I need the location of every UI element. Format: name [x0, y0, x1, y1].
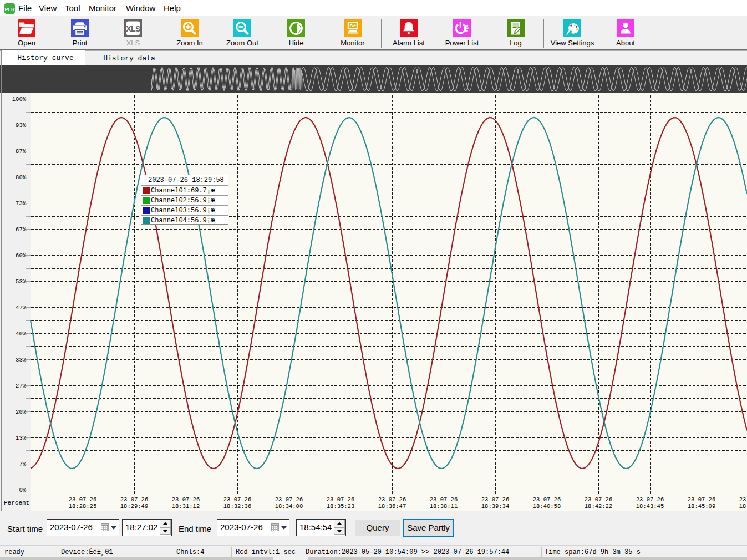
svg-text:18:46:33: 18:46:33 [739, 503, 747, 510]
svg-text:40%: 40% [16, 330, 27, 337]
svg-text:67%: 67% [16, 226, 27, 233]
svg-text:23-07-26: 23-07-26 [120, 496, 148, 503]
svg-text:18:36:47: 18:36:47 [378, 503, 406, 510]
svg-text:0%: 0% [19, 487, 26, 493]
svg-text:18:39:34: 18:39:34 [481, 503, 509, 510]
svg-text:18:34:00: 18:34:00 [275, 503, 303, 510]
svg-text:18:28:25: 18:28:25 [69, 503, 96, 510]
svg-text:7%: 7% [19, 461, 26, 467]
svg-text:80%: 80% [16, 174, 27, 181]
svg-text:23-07-26: 23-07-26 [739, 496, 747, 503]
svg-text:60%: 60% [16, 252, 27, 259]
svg-text:93%: 93% [16, 122, 27, 129]
svg-text:23-07-26: 23-07-26 [585, 496, 612, 503]
svg-text:23-07-26: 23-07-26 [430, 496, 458, 503]
svg-text:73%: 73% [16, 200, 27, 207]
svg-text:18:40:58: 18:40:58 [533, 503, 561, 510]
svg-text:53%: 53% [16, 278, 27, 285]
svg-text:23-07-26: 23-07-26 [636, 496, 664, 503]
svg-text:18:38:11: 18:38:11 [430, 503, 458, 510]
svg-text:23-07-26: 23-07-26 [69, 496, 96, 503]
svg-text:27%: 27% [16, 383, 27, 389]
svg-text:20%: 20% [16, 409, 27, 415]
svg-text:23-07-26: 23-07-26 [275, 496, 303, 503]
svg-text:13%: 13% [16, 435, 27, 441]
svg-text:PLR: PLR [5, 7, 16, 12]
svg-text:XLS: XLS [126, 24, 140, 33]
svg-text:18:32:36: 18:32:36 [223, 503, 251, 510]
svg-text:33%: 33% [16, 357, 27, 363]
svg-text:18:45:09: 18:45:09 [688, 503, 715, 510]
svg-text:18:43:45: 18:43:45 [636, 503, 664, 510]
svg-text:Percent: Percent [4, 500, 29, 506]
svg-text:18:42:22: 18:42:22 [585, 503, 612, 510]
svg-text:23-07-26: 23-07-26 [481, 496, 509, 503]
svg-text:23-07-26: 23-07-26 [688, 496, 715, 503]
svg-text:87%: 87% [16, 148, 27, 155]
svg-text:18:29:49: 18:29:49 [120, 503, 148, 510]
svg-text:23-07-26: 23-07-26 [172, 496, 200, 503]
svg-text:23-07-26: 23-07-26 [533, 496, 561, 503]
svg-text:47%: 47% [16, 304, 27, 311]
svg-text:100%: 100% [12, 96, 27, 103]
svg-text:23-07-26: 23-07-26 [327, 496, 354, 503]
svg-text:23-07-26: 23-07-26 [223, 496, 251, 503]
svg-text:23-07-26: 23-07-26 [378, 496, 406, 503]
svg-text:18:35:23: 18:35:23 [327, 503, 354, 510]
svg-text:18:31:12: 18:31:12 [172, 503, 200, 510]
